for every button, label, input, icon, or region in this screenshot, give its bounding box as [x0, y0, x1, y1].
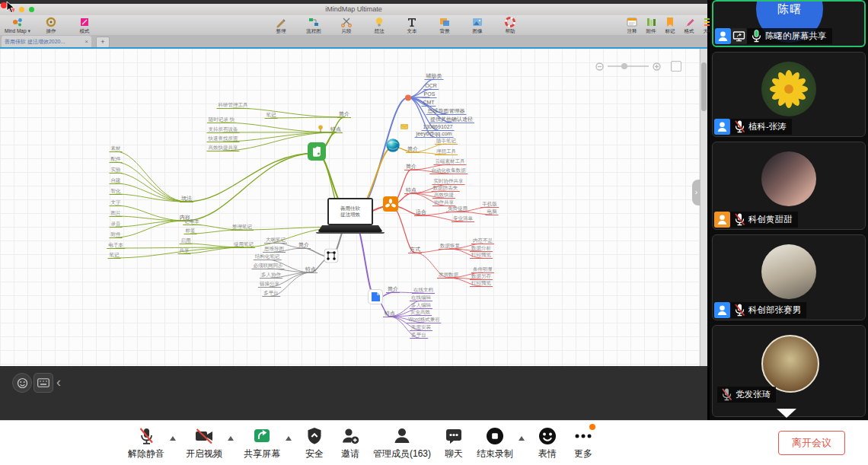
map-node: 云端素材工具 [434, 158, 467, 165]
pencil-icon: 整理 [276, 28, 286, 34]
participant-tile[interactable]: 科创黄甜甜 [712, 142, 866, 230]
map-node: 支持所有设备 [207, 126, 240, 133]
map-node: 特点 [304, 266, 318, 273]
map-node: POS [423, 91, 437, 98]
map-node: 在线文档 [412, 287, 435, 294]
avatar [761, 244, 816, 299]
map-node: 文字 [110, 199, 123, 206]
invite-icon [340, 426, 360, 446]
map-node: 共享 [178, 247, 191, 254]
map-node: 整理笔记 [231, 224, 254, 231]
toolbar-button-right-0: 注释 [624, 15, 640, 35]
button-label: 表情 [538, 447, 557, 460]
shared-screen-video: iMindMap Ultimate Mind Map▾操作模式 整理流程图片段想… [0, 0, 707, 420]
mindmap-central-topic: 善用佳软提法增效 [327, 198, 376, 234]
map-node: 辅助类 [425, 73, 444, 80]
globe-icon [386, 139, 400, 156]
map-node: 数据恢复 [439, 243, 461, 250]
keyboard-overlay-button[interactable] [34, 373, 53, 393]
map-node: 科研管理工具 [217, 102, 250, 109]
button-label: 解除静音 [128, 447, 164, 460]
window-title: iMindMap Ultimate [0, 5, 707, 13]
invite-button[interactable]: 邀请 [337, 426, 363, 460]
map-node: 电子本 [107, 242, 125, 249]
document-tabbar: 善用佳软 提法增效2020... × + [0, 35, 707, 47]
evernote-icon [308, 142, 326, 164]
toolbar-button-center-3: 想法 [366, 15, 392, 35]
pin-icon [318, 123, 324, 136]
zoom-in-icon [653, 62, 661, 71]
button-label: 聊天 [445, 447, 463, 460]
expand-caret-icon[interactable] [286, 436, 292, 441]
tag-icon: 标记 [665, 28, 675, 34]
map-node: 数据分析 [470, 245, 493, 252]
button-label: 更多 [574, 447, 592, 460]
contact-dot-icon [405, 91, 412, 104]
map-node: 理想工具 [435, 148, 458, 155]
toolbar-button-right-3: 格式 [681, 15, 697, 35]
emoji-icon [538, 426, 557, 446]
map-node: 自建 [110, 177, 123, 184]
envelope-icon [400, 119, 408, 132]
mic-muted-grey-icon [720, 387, 733, 402]
expand-caret-icon[interactable] [170, 436, 176, 441]
map-node: 使用笔记 [232, 241, 255, 248]
participant-tile[interactable]: 陈曙陈曙的屏幕共享 [712, 0, 866, 47]
document-tab-label: 善用佳软 提法增效2020... [5, 38, 82, 46]
text-icon: 文本 [407, 28, 417, 34]
map-node: 笔记 [108, 252, 121, 259]
map-node: 大纲笔记 [264, 237, 287, 244]
map-node: 特点 [329, 126, 343, 133]
leave-meeting-button[interactable]: 离开会议 [778, 431, 845, 455]
expand-caret-icon[interactable] [519, 436, 525, 441]
map-node: 简介 [406, 146, 420, 153]
map-node: 随手笔记 [435, 138, 458, 145]
map-node: 多平台 [410, 332, 428, 339]
map-node: 方式 [408, 247, 422, 253]
members-button[interactable]: 管理成员(163) [373, 426, 431, 460]
collapse-chevron-icon[interactable]: ‹ [56, 373, 61, 391]
map-node: 思维导图 [263, 246, 286, 253]
map-node: 必须联网同步 [252, 263, 285, 269]
toolbar-button-menu-1: 操作 [38, 15, 64, 35]
brush-icon: 格式 [685, 28, 694, 34]
map-node: 实验 [110, 167, 123, 174]
new-tab-button: + [96, 37, 110, 48]
participant-tile[interactable]: 党发张琦 [712, 325, 866, 417]
more-icon [573, 426, 593, 446]
toolbar-button-right-2: 标记 [662, 15, 678, 35]
mindmap-logo-icon: Mind Map▾ [5, 28, 30, 34]
zoom-out-icon [595, 62, 604, 71]
member-badge-icon [714, 302, 730, 318]
participant-tile[interactable]: 科创部张赛男 [712, 234, 866, 320]
chat-button[interactable]: 聊天 [441, 426, 467, 460]
toolbar-right-group: 注释附件标记格式大纲 [624, 15, 716, 35]
mic-muted-button[interactable]: 解除静音 [128, 426, 164, 460]
stop-record-button[interactable]: 结束录制 [477, 426, 513, 460]
stop-record-icon [485, 426, 505, 446]
shield-button[interactable]: 安全 [302, 426, 327, 460]
toolbar-button-menu-2: 模式 [72, 15, 97, 35]
toolbar-button-center-1: 流程图 [301, 15, 327, 35]
emoji-overlay-button[interactable] [12, 373, 32, 393]
mic-muted-icon [136, 426, 156, 446]
expand-caret-icon[interactable] [228, 436, 234, 441]
map-node: 启用 [180, 237, 193, 244]
more-button[interactable]: 更多 [570, 426, 596, 460]
meeting-toolbar: 解除静音开启视频共享屏幕安全邀请管理成员(163)聊天结束录制表情更多 离开会议 [0, 420, 868, 465]
map-node: 简介 [297, 242, 311, 249]
map-node: 快速查找所需 [207, 135, 240, 142]
window-toolbar: Mind Map▾操作模式 整理流程图片段想法文本背景图像帮助 注释附件标记格式… [0, 15, 707, 36]
scroll-participants-down-button[interactable] [777, 409, 796, 418]
panel-expander-chevron: › [692, 180, 700, 205]
map-node: 配件 [110, 156, 123, 163]
background-icon: 背景 [440, 28, 450, 34]
screen-share-button[interactable]: 共享屏幕 [244, 426, 280, 460]
map-node: CMT [421, 100, 436, 107]
imindmap-window: iMindMap Ultimate Mind Map▾操作模式 整理流程图片段想… [0, 4, 707, 366]
emoji-button[interactable]: 表情 [535, 426, 560, 460]
participant-tile[interactable]: 植科-张涛 [712, 52, 866, 137]
participant-name: 党发张琦 [736, 389, 771, 400]
map-node: 多人编辑 [410, 302, 432, 309]
camera-off-button[interactable]: 开启视频 [186, 426, 222, 460]
